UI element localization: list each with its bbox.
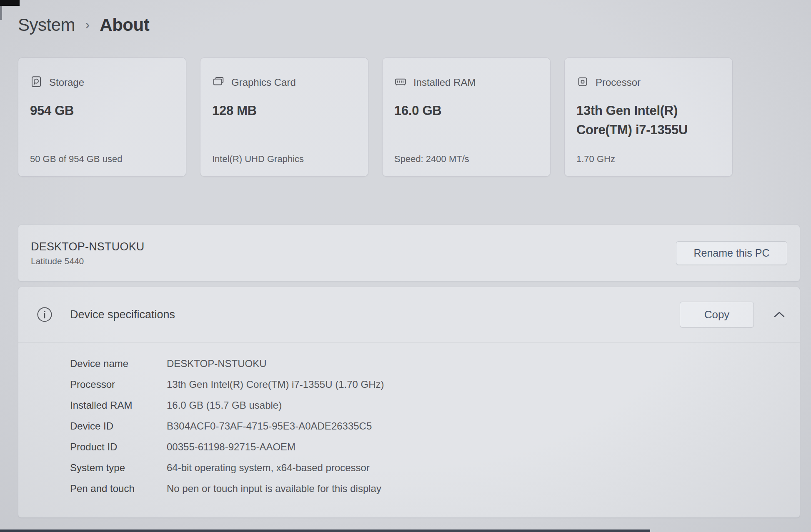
installed-ram-card-header: Installed RAM [394, 75, 538, 90]
breadcrumb-system[interactable]: System [18, 15, 75, 35]
page-title: About [100, 15, 149, 35]
spec-label: Device ID [70, 420, 167, 432]
spec-label: Processor [70, 379, 167, 390]
spec-row-product-id: Product ID 00355-61198-92715-AAOEM [70, 437, 800, 457]
rename-pc-button[interactable]: Rename this PC [676, 241, 787, 265]
installed-ram-card[interactable]: Installed RAM 16.0 GB Speed: 2400 MT/s [382, 57, 551, 177]
spec-row-device-name: Device name DESKTOP-NSTUOKU [70, 353, 800, 374]
info-cards-row: Storage 954 GB 50 GB of 954 GB used Grap… [18, 57, 800, 177]
spec-label: System type [70, 462, 167, 474]
processor-icon [576, 75, 589, 90]
spec-label: Pen and touch [70, 483, 167, 495]
processor-card[interactable]: Processor 13th Gen Intel(R) Core(TM) i7-… [564, 57, 733, 177]
graphics-card-label: Graphics Card [231, 77, 296, 88]
ram-icon [394, 75, 407, 90]
spec-value: B304ACF0-73AF-4715-95E3-A0ADE26335C5 [167, 420, 372, 432]
processor-card-caption: 1.70 GHz [576, 154, 615, 165]
spec-value: 64-bit operating system, x64-based proce… [167, 462, 370, 474]
storage-card-header: Storage [30, 75, 174, 90]
storage-icon [30, 75, 43, 90]
device-name-block: DESKTOP-NSTUOKU Latitude 5440 [31, 240, 145, 266]
storage-card[interactable]: Storage 954 GB 50 GB of 954 GB used [18, 57, 186, 177]
photo-bottom-edge-artifact [0, 530, 650, 532]
graphics-card-header: Graphics Card [212, 75, 356, 90]
installed-ram-card-label: Installed RAM [413, 77, 476, 88]
chevron-right-icon: › [85, 16, 90, 32]
spec-value: DESKTOP-NSTUOKU [167, 358, 267, 370]
processor-card-value: 13th Gen Intel(R) Core(TM) i7-1355U [576, 101, 721, 140]
device-name: DESKTOP-NSTUOKU [31, 240, 145, 253]
spec-value: 16.0 GB (15.7 GB usable) [167, 400, 282, 411]
processor-card-label: Processor [596, 77, 641, 88]
spec-row-processor: Processor 13th Gen Intel(R) Core(TM) i7-… [70, 374, 800, 395]
processor-card-header: Processor [576, 75, 721, 90]
device-specifications-title: Device specifications [70, 308, 175, 321]
spec-label: Installed RAM [70, 400, 167, 411]
spec-value: 13th Gen Intel(R) Core(TM) i7-1355U (1.7… [167, 379, 384, 390]
spec-value: 00355-61198-92715-AAOEM [167, 441, 295, 453]
copy-button[interactable]: Copy [680, 302, 754, 327]
installed-ram-card-caption: Speed: 2400 MT/s [394, 154, 469, 165]
installed-ram-card-value: 16.0 GB [394, 101, 538, 120]
device-name-panel: DESKTOP-NSTUOKU Latitude 5440 Rename thi… [18, 225, 800, 282]
chevron-up-icon[interactable] [773, 308, 786, 321]
graphics-card-icon [212, 75, 225, 90]
storage-card-caption: 50 GB of 954 GB used [30, 154, 122, 165]
spec-label: Device name [70, 358, 167, 370]
settings-about-page: System › About Storage 954 GB 50 GB of 9… [0, 0, 811, 532]
device-model: Latitude 5440 [31, 256, 145, 266]
info-icon [37, 307, 53, 322]
graphics-card-caption: Intel(R) UHD Graphics [212, 154, 304, 165]
device-specifications-header[interactable]: Device specifications Copy [18, 287, 800, 342]
spec-row-installed-ram: Installed RAM 16.0 GB (15.7 GB usable) [70, 395, 800, 416]
spec-row-device-id: Device ID B304ACF0-73AF-4715-95E3-A0ADE2… [70, 416, 800, 437]
spec-value: No pen or touch input is available for t… [167, 483, 381, 495]
device-specifications-panel: Device specifications Copy Device name D… [18, 287, 800, 518]
graphics-card-value: 128 MB [212, 101, 356, 120]
storage-card-value: 954 GB [30, 101, 174, 120]
device-specifications-table: Device name DESKTOP-NSTUOKU Processor 13… [18, 342, 800, 517]
spec-label: Product ID [70, 441, 167, 453]
graphics-card-card[interactable]: Graphics Card 128 MB Intel(R) UHD Graphi… [200, 57, 368, 177]
storage-card-label: Storage [49, 77, 84, 88]
breadcrumb: System › About [18, 12, 800, 37]
spec-row-system-type: System type 64-bit operating system, x64… [70, 457, 800, 478]
spec-row-pen-and-touch: Pen and touch No pen or touch input is a… [70, 478, 800, 499]
